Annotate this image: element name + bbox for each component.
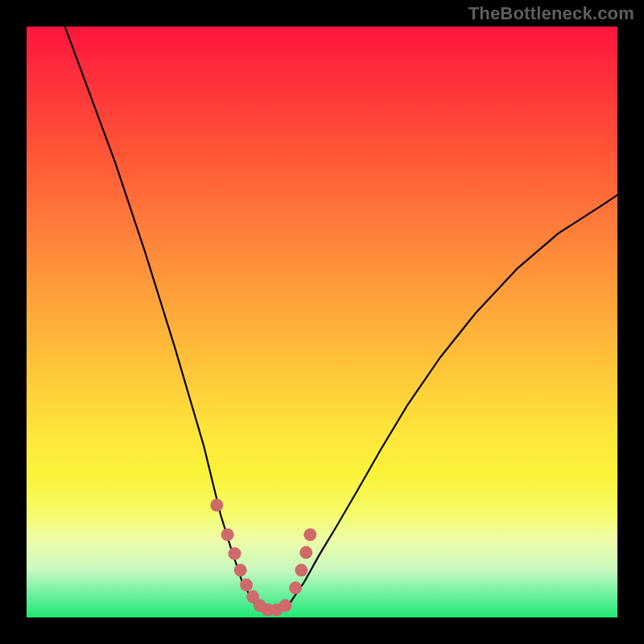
marker-dot bbox=[295, 564, 308, 576]
marker-dot bbox=[279, 599, 292, 612]
marker-dot bbox=[299, 546, 312, 559]
marker-dot bbox=[210, 499, 223, 512]
curve-svg bbox=[27, 27, 617, 617]
watermark-text: TheBottleneck.com bbox=[469, 3, 634, 24]
marker-dot bbox=[289, 581, 302, 594]
marker-dot bbox=[234, 564, 247, 576]
marker-dots-group bbox=[210, 499, 316, 617]
marker-dot bbox=[240, 579, 253, 592]
chart-frame: TheBottleneck.com bbox=[0, 0, 644, 644]
marker-dot bbox=[221, 528, 234, 541]
bottleneck-curve-path bbox=[65, 27, 617, 612]
plot-area bbox=[27, 27, 617, 617]
marker-dot bbox=[228, 547, 241, 560]
marker-dot bbox=[303, 528, 316, 541]
